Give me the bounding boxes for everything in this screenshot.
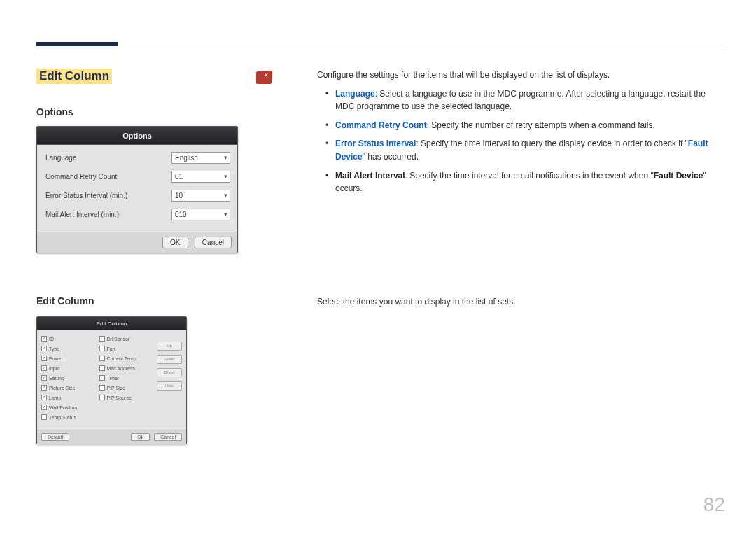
edit-column-desc: Select the items you want to display in …: [317, 297, 723, 307]
checkbox-label: Lamp: [49, 395, 62, 400]
checkbox-item[interactable]: ✓Setting: [41, 375, 99, 381]
checkbox-item[interactable]: Temp.Status: [41, 414, 99, 420]
cancel-button[interactable]: Cancel: [154, 433, 182, 441]
checkbox-label: Temp.Status: [49, 415, 76, 420]
retry-count-label: Command Retry Count: [46, 173, 172, 181]
page-title: Edit Column: [36, 69, 112, 84]
checkbox-icon[interactable]: ✓: [41, 365, 47, 371]
options-dialog-footer: OK Cancel: [37, 232, 237, 253]
checkbox-icon[interactable]: ✓: [41, 346, 47, 351]
options-heading: Options: [36, 106, 274, 118]
checkbox-icon[interactable]: [99, 356, 105, 361]
language-desc: Language: Select a language to use in th…: [317, 87, 723, 113]
show-button[interactable]: Show: [157, 368, 182, 377]
mail-keyword: Mail Alert Interval: [335, 171, 405, 181]
cancel-button[interactable]: Cancel: [195, 237, 232, 248]
checkbox-item[interactable]: Fan: [99, 346, 158, 351]
checkbox-icon[interactable]: [99, 375, 105, 381]
header-divider: [36, 50, 725, 50]
checkbox-item[interactable]: ✓Input: [41, 365, 99, 371]
left-column: Edit Column Options Options ✕ Language E…: [36, 69, 274, 444]
page-number: 82: [704, 493, 725, 516]
hide-button[interactable]: Hide: [157, 381, 182, 391]
retry-desc-text: : Specify the number of retry attempts w…: [427, 120, 655, 130]
options-dialog: Options ✕ Language English Command Retry…: [36, 126, 238, 253]
error-interval-select[interactable]: 10: [172, 190, 230, 202]
options-dialog-title: Options: [37, 127, 237, 145]
checkbox-icon[interactable]: ✓: [41, 385, 47, 391]
default-button[interactable]: Default: [41, 433, 69, 441]
checkbox-icon[interactable]: ✓: [41, 395, 47, 400]
checkbox-label: Type: [49, 346, 59, 351]
header-accent-bar: [36, 42, 118, 46]
error-interval-label: Error Status Interval (min.): [46, 192, 172, 199]
checkbox-label: Timer: [107, 376, 120, 381]
checkbox-item[interactable]: ✓Type: [41, 346, 99, 351]
fault-device-keyword: Fault Device: [654, 171, 704, 181]
checkbox-icon[interactable]: ✓: [41, 405, 47, 410]
checkbox-item[interactable]: ✓Power: [41, 356, 99, 361]
error-desc: Error Status Interval: Specify the time …: [317, 137, 723, 163]
checkbox-icon[interactable]: ✓: [41, 336, 47, 342]
checkbox-icon[interactable]: [99, 395, 105, 400]
checkbox-item[interactable]: Timer: [99, 375, 158, 381]
options-intro-text: Configure the settings for the items tha…: [317, 69, 723, 82]
edit-column-dialog: Edit Column ✕ ✓ID✓Type✓Power✓Input✓Setti…: [36, 316, 187, 444]
checkbox-label: Input: [49, 366, 60, 371]
edit-column-side-buttons: UpDownShowHide: [157, 336, 182, 424]
checkbox-item[interactable]: PIP Source: [99, 395, 158, 400]
edit-column-left-list: ✓ID✓Type✓Power✓Input✓Setting✓Picture Siz…: [41, 336, 99, 424]
right-column: Configure the settings for the items tha…: [317, 69, 723, 201]
checkbox-icon[interactable]: [41, 414, 47, 420]
checkbox-label: PIP Size: [107, 386, 126, 391]
retry-desc: Command Retry Count: Specify the number …: [317, 119, 723, 132]
checkbox-label: Wall Position: [49, 405, 77, 410]
checkbox-item[interactable]: Mac Address: [99, 365, 158, 371]
checkbox-item[interactable]: ✓Wall Position: [41, 405, 99, 410]
language-label: Language: [46, 154, 172, 162]
error-keyword: Error Status Interval: [335, 139, 416, 148]
checkbox-label: Fan: [107, 346, 115, 351]
retry-keyword: Command Retry Count: [335, 120, 427, 130]
mail-interval-select[interactable]: 010: [172, 209, 230, 220]
checkbox-item[interactable]: ✓Lamp: [41, 395, 99, 400]
checkbox-item[interactable]: Current Temp.: [99, 356, 158, 361]
checkbox-icon[interactable]: [99, 365, 105, 371]
mail-interval-label: Mail Alert Interval (min.): [46, 211, 172, 218]
language-desc-text: : Select a language to use in the MDC pr…: [335, 89, 706, 112]
down-button[interactable]: Down: [157, 355, 182, 364]
checkbox-item[interactable]: ✓Picture Size: [41, 385, 99, 391]
checkbox-item[interactable]: Bri.Sensor: [99, 336, 158, 342]
checkbox-icon[interactable]: ✓: [41, 356, 47, 361]
checkbox-icon[interactable]: ✓: [41, 375, 47, 381]
edit-column-heading: Edit Column: [36, 295, 274, 307]
checkbox-label: Setting: [49, 376, 64, 381]
edit-column-desc-text: Select the items you want to display in …: [317, 297, 723, 307]
ok-button[interactable]: Ok: [131, 433, 150, 441]
edit-column-right-list: Bri.SensorFanCurrent Temp.Mac AddressTim…: [99, 336, 158, 424]
error-desc-text2: " has occurred.: [363, 152, 419, 162]
language-keyword: Language: [335, 89, 375, 99]
checkbox-label: Bri.Sensor: [107, 337, 130, 342]
options-dialog-body: Language English Command Retry Count 01 …: [37, 145, 237, 232]
mail-desc-text1: : Specify the time interval for email no…: [405, 171, 654, 181]
checkbox-label: ID: [49, 337, 54, 342]
retry-count-select[interactable]: 01: [172, 171, 230, 183]
checkbox-label: Power: [49, 356, 63, 361]
checkbox-icon[interactable]: [99, 385, 105, 391]
close-icon[interactable]: ✕: [260, 71, 272, 80]
up-button[interactable]: Up: [157, 342, 182, 351]
checkbox-label: PIP Source: [107, 395, 132, 400]
error-desc-text1: : Specify the time interval to query the…: [416, 139, 687, 148]
checkbox-icon[interactable]: [99, 336, 105, 342]
language-select[interactable]: English: [172, 152, 230, 164]
ok-button[interactable]: OK: [162, 237, 188, 248]
checkbox-label: Current Temp.: [107, 356, 138, 361]
checkbox-item[interactable]: ✓ID: [41, 336, 99, 342]
checkbox-label: Mac Address: [107, 366, 135, 371]
checkbox-icon[interactable]: [99, 346, 105, 351]
checkbox-label: Picture Size: [49, 386, 75, 391]
checkbox-item[interactable]: PIP Size: [99, 385, 158, 391]
mail-desc: Mail Alert Interval: Specify the time in…: [317, 169, 723, 195]
edit-column-dialog-title: Edit Column: [37, 317, 186, 330]
